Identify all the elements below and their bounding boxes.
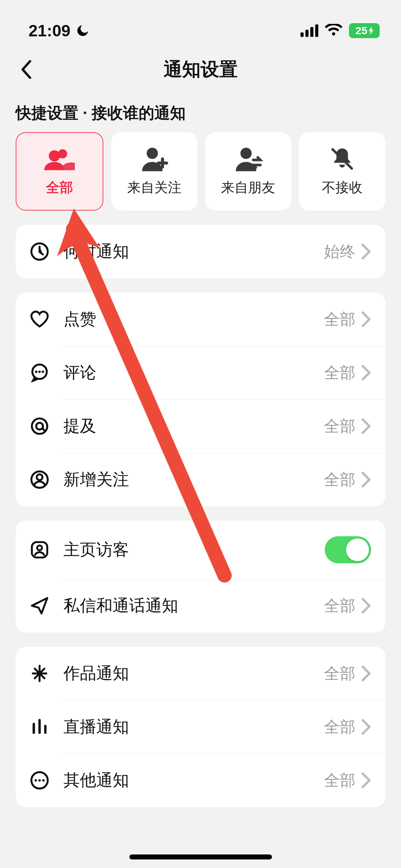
row-label: 点赞 <box>63 308 324 330</box>
chevron-right-icon <box>361 598 371 614</box>
row-label: 何时通知 <box>63 241 324 263</box>
clock-icon <box>30 242 49 261</box>
row-label: 评论 <box>63 362 324 384</box>
row-like[interactable]: 点赞 全部 <box>16 293 385 346</box>
battery-percent: 25 <box>355 25 367 37</box>
svg-rect-2 <box>310 27 314 37</box>
row-value: 全部 <box>324 362 355 383</box>
row-comment[interactable]: 评论 全部 <box>16 346 385 399</box>
row-label: 主页访客 <box>63 539 325 561</box>
chevron-right-icon <box>361 719 371 735</box>
toggle-home-visitors[interactable] <box>325 536 371 563</box>
svg-point-22 <box>42 779 45 782</box>
row-value: 全部 <box>324 416 355 437</box>
send-icon <box>30 596 49 615</box>
cellular-signal-icon <box>300 24 318 37</box>
svg-point-11 <box>38 371 41 373</box>
sparkle-icon <box>30 664 49 683</box>
wifi-icon <box>325 24 343 37</box>
svg-point-16 <box>37 474 42 480</box>
svg-rect-0 <box>300 32 304 37</box>
row-mention[interactable]: 提及 全部 <box>16 399 385 453</box>
row-value: 全部 <box>324 770 355 791</box>
svg-point-7 <box>241 148 252 159</box>
row-dm-calls[interactable]: 私信和通话通知 全部 <box>16 579 385 632</box>
row-label: 私信和通话通知 <box>63 595 324 617</box>
svg-point-12 <box>42 371 44 373</box>
battery-badge: 25 <box>349 23 380 38</box>
chevron-right-icon <box>361 365 371 381</box>
row-value: 全部 <box>324 663 355 684</box>
heart-icon <box>30 310 49 329</box>
status-left: 21:09 <box>29 21 90 40</box>
moon-icon <box>76 24 90 38</box>
bolt-icon <box>368 26 374 35</box>
row-label: 新增关注 <box>63 469 324 491</box>
person-swap-icon <box>233 146 263 171</box>
quick-settings-tiles: 全部 来自关注 来自朋友 不接收 <box>0 132 401 211</box>
row-value: 全部 <box>324 469 355 490</box>
tile-following[interactable]: 来自关注 <box>111 132 197 211</box>
row-value: 全部 <box>324 717 355 738</box>
status-bar: 21:09 25 <box>0 0 401 46</box>
svg-point-14 <box>36 423 43 430</box>
chevron-left-icon <box>21 60 32 79</box>
group-content: 作品通知 全部 直播通知 全部 其他通知 全部 <box>16 647 385 807</box>
tile-friends[interactable]: 来自朋友 <box>205 132 292 211</box>
row-works[interactable]: 作品通知 全部 <box>16 647 385 700</box>
row-value: 全部 <box>324 309 355 330</box>
row-label: 作品通知 <box>63 662 324 684</box>
more-circle-icon <box>30 771 49 790</box>
svg-point-6 <box>146 148 158 159</box>
bars-icon <box>30 717 49 737</box>
row-when-notify[interactable]: 何时通知 始终 <box>16 225 385 278</box>
person-plus-icon <box>139 146 170 171</box>
quick-settings-title: 快捷设置 · 接收谁的通知 <box>0 93 401 132</box>
user-circle-icon <box>30 470 49 489</box>
row-value: 全部 <box>324 595 355 616</box>
chevron-right-icon <box>361 472 371 487</box>
tile-all[interactable]: 全部 <box>16 132 103 211</box>
visitor-icon <box>30 540 49 559</box>
bell-off-icon <box>327 146 358 171</box>
row-label: 提及 <box>63 415 324 437</box>
row-value: 始终 <box>324 241 355 262</box>
back-button[interactable] <box>16 59 37 80</box>
row-label: 其他通知 <box>63 769 324 791</box>
group-interactions: 点赞 全部 评论 全部 提及 全部 新增关注 全部 <box>16 293 385 506</box>
svg-point-13 <box>32 418 47 434</box>
svg-point-18 <box>37 546 42 551</box>
group-visitors-dm: 主页访客 私信和通话通知 全部 <box>16 521 385 632</box>
row-new-follower[interactable]: 新增关注 全部 <box>16 453 385 506</box>
svg-point-10 <box>35 371 37 373</box>
header: 通知设置 <box>0 46 401 93</box>
chevron-right-icon <box>361 418 371 434</box>
tile-label: 全部 <box>46 179 73 197</box>
tile-none[interactable]: 不接收 <box>299 132 385 211</box>
tile-label: 来自朋友 <box>221 179 275 197</box>
group-when: 何时通知 始终 <box>16 225 385 278</box>
status-time: 21:09 <box>29 21 71 40</box>
people-icon <box>44 146 75 171</box>
at-icon <box>30 417 49 436</box>
tile-label: 不接收 <box>322 179 363 197</box>
page-title: 通知设置 <box>164 57 238 82</box>
row-label: 直播通知 <box>63 716 324 738</box>
svg-point-21 <box>38 779 41 782</box>
row-live[interactable]: 直播通知 全部 <box>16 700 385 754</box>
svg-point-20 <box>35 779 37 782</box>
chevron-right-icon <box>361 666 371 681</box>
status-right: 25 <box>300 23 380 38</box>
row-home-visitors[interactable]: 主页访客 <box>16 521 385 579</box>
row-other[interactable]: 其他通知 全部 <box>16 754 385 807</box>
home-indicator <box>129 854 272 859</box>
comment-icon <box>30 363 49 382</box>
svg-rect-3 <box>315 25 318 37</box>
svg-rect-1 <box>305 30 309 37</box>
chevron-right-icon <box>361 244 371 259</box>
tile-label: 来自关注 <box>127 179 181 197</box>
svg-point-5 <box>49 150 60 161</box>
chevron-right-icon <box>361 773 371 788</box>
chevron-right-icon <box>361 311 371 327</box>
